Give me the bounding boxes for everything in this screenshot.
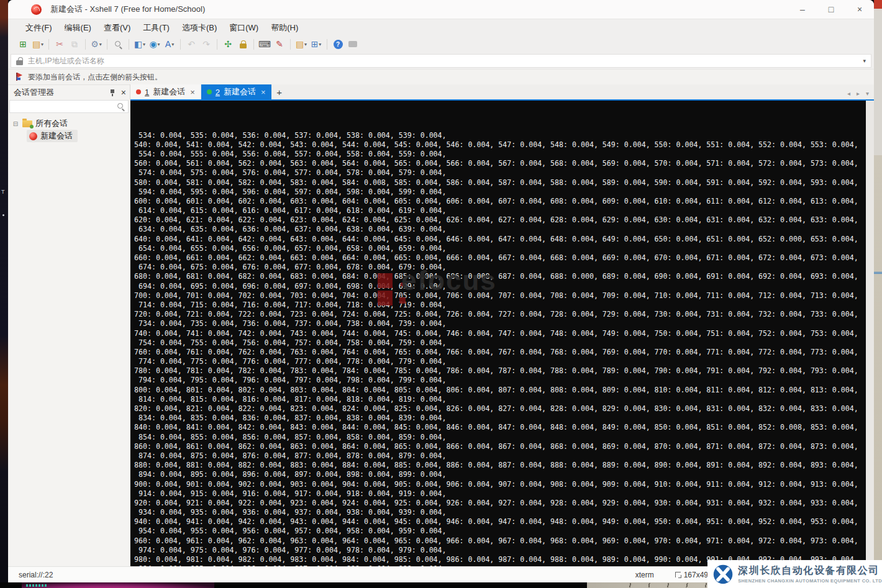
message-icon [348, 41, 357, 47]
session-search-input[interactable] [9, 100, 129, 113]
toolbar-separator [253, 39, 254, 50]
terminal-line: 680: 0.004, 681: 0.004, 682: 0.004, 683:… [134, 272, 866, 281]
fullscreen-icon[interactable]: ✣ [221, 37, 235, 51]
layout-icon-dropdown[interactable]: ▾ [319, 42, 321, 47]
menu-item-help[interactable]: 帮助(H) [265, 19, 304, 36]
session-tree: ⊟ 所有会话 新建会话 [8, 115, 130, 142]
terminal-line: 820: 0.004, 821: 0.004, 822: 0.004, 823:… [134, 404, 866, 414]
tab-2[interactable]: 2新建会话× [201, 84, 271, 99]
info-bar-text: 要添加当前会话，点击左侧的箭头按钮。 [28, 72, 162, 83]
find-icon[interactable] [111, 37, 125, 51]
session-manager-panel: 会话管理器 × ⊟ 所有会话 [8, 84, 130, 566]
terminal-line: 960: 0.004, 961: 0.004, 962: 0.004, 963:… [134, 536, 866, 546]
desktop-right-strip [874, 0, 882, 588]
toolbar-separator [327, 39, 327, 50]
connection-status: serial://:22 [19, 571, 53, 579]
tree-item-new-session[interactable]: 新建会话 [27, 130, 78, 142]
terminal-line: 660: 0.004, 661: 0.004, 662: 0.004, 663:… [134, 253, 866, 263]
encoding-globe-icon-dropdown[interactable]: ▾ [158, 42, 160, 47]
menu-item-file[interactable]: 文件(F) [19, 19, 58, 36]
lock-icon [240, 40, 247, 48]
message-icon[interactable] [346, 37, 360, 51]
terminal-line: 954: 0.004, 955: 0.004, 956: 0.004, 957:… [134, 527, 866, 536]
menu-item-tabs[interactable]: 选项卡(B) [176, 19, 223, 36]
pin-icon[interactable] [109, 89, 116, 96]
terminal-line: 674: 0.004, 675: 0.004, 676: 0.004, 677:… [134, 263, 866, 272]
menu-item-window[interactable]: 窗口(W) [223, 19, 265, 36]
terminal-line: 640: 0.004, 641: 0.004, 642: 0.004, 643:… [134, 235, 866, 244]
search-icon [117, 102, 125, 111]
terminal-scrollbar[interactable] [866, 101, 874, 566]
tab-number: 1 [145, 88, 149, 97]
tab-1[interactable]: 1新建会话× [130, 84, 201, 99]
layout-icon[interactable]: ⊞▾ [309, 37, 323, 51]
help-icon[interactable]: ? [331, 37, 345, 51]
session-manager-header: 会话管理器 × [8, 84, 130, 99]
tab-scroll-right-icon[interactable]: ▸ [857, 90, 860, 97]
virtual-keyboard-icon[interactable]: ⌨ [258, 37, 271, 51]
tree-item-label: 新建会话 [40, 130, 73, 142]
terminal-line: 874: 0.004, 875: 0.004, 876: 0.004, 877:… [134, 451, 866, 461]
terminal-line: 534: 0.004, 535: 0.004, 536: 0.004, 537:… [134, 131, 866, 140]
close-button[interactable]: × [845, 0, 874, 19]
highlight-pen-icon[interactable]: ✎ [273, 37, 286, 51]
wallpaper-teal-marks [26, 584, 47, 587]
company-name-en: SHENZHEN CHANGXIN AUTOMATION EQUIPMENT C… [738, 578, 882, 584]
address-dropdown-icon[interactable]: ▾ [863, 58, 866, 64]
terminal-line: 560: 0.004, 561: 0.004, 562: 0.004, 563:… [134, 159, 866, 168]
terminal-line: 794: 0.004, 795: 0.004, 796: 0.004, 797:… [134, 376, 866, 385]
tab-status-dot [136, 89, 141, 94]
open-session-icon-dropdown[interactable]: ▾ [41, 42, 43, 47]
font-icon[interactable]: A▾ [163, 37, 176, 51]
menu-item-view[interactable]: 查看(V) [98, 19, 137, 36]
lock-icon[interactable] [236, 37, 250, 51]
maximize-button[interactable]: □ [817, 0, 845, 19]
address-placeholder: 主机,IP地址或会话名称 [28, 56, 104, 66]
window-title: 新建会话 - Xshell 7 (Free for Home/School) [50, 4, 205, 15]
tab-close-icon[interactable]: × [190, 88, 195, 97]
session-properties-icon[interactable]: ⚙▾ [89, 37, 103, 51]
undo-icon: ↶ [184, 37, 198, 51]
terminal[interactable]: efocus 534: 0.004, 535: 0.004, 536: 0.00… [130, 101, 866, 566]
tab-bar: 1新建会话×2新建会话×+◂▸▾ [130, 84, 874, 101]
xshell-window: 新建会话 - Xshell 7 (Free for Home/School) –… [8, 0, 874, 582]
resize-icon [675, 572, 681, 577]
info-bar: 要添加当前会话，点击左侧的箭头按钮。 [8, 69, 874, 84]
toolbar-separator [217, 39, 217, 50]
tree-expander-icon[interactable]: ⊟ [12, 120, 19, 127]
tab-menu-icon[interactable]: ▾ [866, 90, 869, 97]
tab-number: 2 [216, 88, 220, 97]
open-session-icon[interactable]: ▤▾ [31, 37, 45, 51]
minimize-button[interactable]: – [788, 0, 817, 19]
terminal-line: 900: 0.004, 901: 0.004, 902: 0.004, 903:… [134, 480, 866, 489]
new-folder-icon[interactable]: ▤▾ [294, 37, 308, 51]
tile-icon[interactable]: ◧▾ [133, 37, 147, 51]
tile-icon-dropdown[interactable]: ▾ [143, 42, 145, 47]
menu-item-tools[interactable]: 工具(T) [137, 19, 176, 36]
toolbar-separator [85, 39, 86, 50]
tab-label: 新建会话 [224, 86, 256, 97]
terminal-line: 780: 0.004, 781: 0.004, 782: 0.004, 783:… [134, 366, 866, 376]
new-session-icon[interactable]: ⊞ [16, 37, 30, 51]
menu-item-edit[interactable]: 编辑(E) [58, 19, 98, 36]
session-properties-icon-dropdown[interactable]: ▾ [99, 42, 102, 47]
new-tab-button[interactable]: + [271, 84, 288, 99]
terminal-size: 167x49 [684, 571, 708, 579]
encoding-globe-icon[interactable]: ◉▾ [148, 37, 161, 51]
tab-label: 新建会话 [153, 86, 185, 97]
company-name-cn: 深圳长欣自动化设备有限公司 [738, 564, 882, 577]
host-address-input[interactable]: 主机,IP地址或会话名称 ▾ [11, 54, 871, 68]
tab-close-icon[interactable]: × [261, 88, 266, 97]
tab-status-dot [207, 89, 212, 94]
panel-close-icon[interactable]: × [121, 88, 126, 97]
company-logo-overlay: 深圳长欣自动化设备有限公司 SHENZHEN CHANGXIN AUTOMATI… [707, 560, 882, 588]
font-icon-dropdown[interactable]: ▾ [171, 42, 174, 47]
terminal-line: 554: 0.004, 555: 0.004, 556: 0.004, 557:… [134, 150, 866, 159]
terminal-line: 934: 0.004, 935: 0.004, 936: 0.004, 937:… [134, 508, 866, 517]
disconnect-icon[interactable]: ✂ [53, 37, 66, 51]
terminal-line: 840: 0.004, 841: 0.004, 842: 0.004, 843:… [134, 423, 866, 432]
new-folder-icon-dropdown[interactable]: ▾ [304, 42, 307, 47]
terminal-line: 540: 0.004, 541: 0.004, 542: 0.004, 543:… [134, 140, 866, 150]
tab-scroll-left-icon[interactable]: ◂ [847, 90, 850, 97]
tree-item-all-sessions[interactable]: ⊟ 所有会话 [12, 117, 130, 130]
